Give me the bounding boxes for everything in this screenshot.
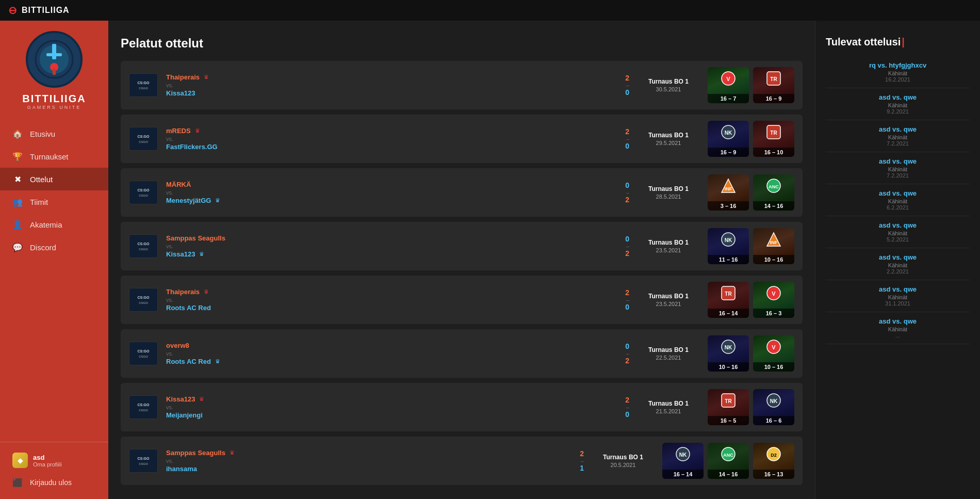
upcoming-date: ... xyxy=(830,332,966,339)
score-team2: 0 xyxy=(625,410,629,418)
team2-row: Kissa123♛ xyxy=(166,250,606,258)
score-separator: – xyxy=(626,350,629,357)
score-separator: – xyxy=(626,404,629,410)
match-card[interactable]: CS:GOCSGO Samppas Seagulls vs. Kissa123♛… xyxy=(121,222,803,270)
upcoming-item[interactable]: asd vs. qwe Kähinät ... xyxy=(826,312,970,344)
match-card[interactable]: CS:GOCSGO mREDS♛ vs. FastFlickers.GG 2 –… xyxy=(121,115,803,163)
team1-name[interactable]: Samppas Seagulls xyxy=(166,449,225,457)
sidebar-item-discord[interactable]: 💬 Discord xyxy=(0,236,108,259)
user-sub: Oma profiili xyxy=(33,461,62,468)
upcoming-item[interactable]: asd vs. qwe Kähinät 7.2.2021 xyxy=(826,120,970,152)
match-card[interactable]: CS:GOCSGO Samppas Seagulls♛ vs. ihansama… xyxy=(121,437,803,485)
svg-text:CS:GO: CS:GO xyxy=(138,242,150,246)
score-separator: – xyxy=(626,82,629,88)
match-date: 20.5.2021 xyxy=(592,462,654,468)
score-separator: – xyxy=(626,297,629,303)
map-score-overlay: 14 – 16 xyxy=(753,201,794,211)
logout-button[interactable]: ⬛ Kirjaudu ulos xyxy=(8,472,100,493)
sidebar-item-tiimit[interactable]: 👥 Tiimit xyxy=(0,190,108,213)
upcoming-teams: asd vs. qwe xyxy=(830,125,966,133)
match-card[interactable]: CS:GOCSGO MÄRKÄ vs. MenestyjätGG♛ 0 – 2 … xyxy=(121,168,803,217)
team1-name[interactable]: Kissa123 xyxy=(166,395,195,403)
team1-name[interactable]: MÄRKÄ xyxy=(166,181,191,188)
map-score-overlay: 16 – 9 xyxy=(708,148,749,157)
svg-text:NK: NK xyxy=(725,237,732,243)
nav-label-akatemia: Akatemia xyxy=(30,220,62,229)
team1-name[interactable]: overw8 xyxy=(166,342,189,349)
match-scores: 0 – 2 xyxy=(614,342,629,365)
sidebar-logo-area: BITTILIIGA GAMERS UNITE xyxy=(0,21,108,118)
team1-name[interactable]: Thaiperais xyxy=(166,73,200,81)
svg-text:TR: TR xyxy=(725,398,732,404)
upcoming-container: rq vs. htyfgjghxcv Kähinät 16.2.2021 asd… xyxy=(826,56,970,344)
game-icon: CS:GOCSGO xyxy=(129,342,158,365)
team1-name[interactable]: Thaiperais xyxy=(166,288,200,296)
sidebar-nav: 🏠 Etusivu 🏆 Turnaukset ✖ Ottelut 👥 Tiimi… xyxy=(0,118,108,442)
svg-text:CS:GO: CS:GO xyxy=(138,403,150,407)
sidebar-item-ottelut[interactable]: ✖ Ottelut xyxy=(0,168,108,190)
team2-name[interactable]: ihansama xyxy=(166,465,197,473)
upcoming-item[interactable]: asd vs. qwe Kähinät 31.1.2021 xyxy=(826,280,970,312)
sidebar-item-turnaukset[interactable]: 🏆 Turnaukset xyxy=(0,145,108,168)
trophy-icon: 🏆 xyxy=(12,151,23,162)
upcoming-event: Kähinät xyxy=(830,230,966,236)
team2-name[interactable]: Kissa123 xyxy=(166,250,195,258)
match-teams: Samppas Seagulls♛ vs. ihansama xyxy=(166,448,560,474)
match-card[interactable]: CS:GOCSGO overw8 vs. Roots AC Red♛ 0 – 2… xyxy=(121,329,803,378)
upcoming-teams: asd vs. qwe xyxy=(830,93,966,101)
svg-text:CSGO: CSGO xyxy=(139,462,148,465)
sidebar-user[interactable]: ◆ asd Oma profiili xyxy=(8,448,100,472)
upcoming-item[interactable]: asd vs. qwe Kähinät 9.2.2021 xyxy=(826,88,970,120)
team2-crown-icon: ♛ xyxy=(199,251,204,257)
map-logo: NK xyxy=(720,124,737,140)
match-scores: 2 – 0 xyxy=(614,127,629,150)
map-score: 14 – 16 xyxy=(755,203,792,209)
team2-name[interactable]: Kissa123 xyxy=(166,89,195,97)
map-score: 16 – 14 xyxy=(664,471,701,477)
team2-name[interactable]: MenestyjätGG xyxy=(166,197,211,204)
map-score-overlay: 16 – 10 xyxy=(753,148,794,157)
match-meta: Turnaus BO 1 22.5.2021 xyxy=(638,346,699,361)
upcoming-event: Kähinät xyxy=(830,102,966,108)
score-team1: 2 xyxy=(625,396,629,404)
upcoming-teams: asd vs. qwe xyxy=(830,221,966,229)
map-logo: NK xyxy=(675,446,691,462)
matches-section: Pelatut ottelut CS:GOCSGO Thaiperais♛ vs… xyxy=(108,21,815,499)
team1-name[interactable]: Samppas Seagulls xyxy=(166,234,225,242)
brand-name: BITTILIIGA xyxy=(22,93,86,105)
upcoming-item[interactable]: asd vs. qwe Kähinät 7.2.2021 xyxy=(826,152,970,184)
upcoming-date: 7.2.2021 xyxy=(830,140,966,147)
sidebar-item-akatemia[interactable]: 👤 Akatemia xyxy=(0,213,108,236)
svg-text:TR: TR xyxy=(770,76,777,82)
sidebar-item-etusivu[interactable]: 🏠 Etusivu xyxy=(0,122,108,145)
match-card[interactable]: CS:GOCSGO Thaiperais♛ vs. Kissa123 2 – 0… xyxy=(121,61,803,109)
match-card[interactable]: CS:GOCSGO Thaiperais♛ vs. Roots AC Red 2… xyxy=(121,276,803,324)
map-ancient: ANC 14 – 16 xyxy=(753,174,794,211)
match-card[interactable]: CS:GOCSGO Kissa123♛ vs. Meijanjengi 2 – … xyxy=(121,383,803,431)
team2-name[interactable]: Meijanjengi xyxy=(166,411,203,419)
upcoming-item[interactable]: asd vs. qwe Kähinät 5.2.2021 xyxy=(826,216,970,248)
svg-text:V: V xyxy=(726,76,730,82)
upcoming-item[interactable]: asd vs. qwe Kähinät 6.2.2021 xyxy=(826,184,970,216)
team2-name[interactable]: Roots AC Red xyxy=(166,358,211,365)
match-type: Turnaus BO 1 xyxy=(638,239,699,246)
sidebar-brand: BITTILIIGA GAMERS UNITE xyxy=(22,93,86,110)
team2-name[interactable]: FastFlickers.GG xyxy=(166,143,218,151)
match-maps: NK 10 – 16 V 10 – 16 xyxy=(708,335,794,372)
team1-name[interactable]: mREDS xyxy=(166,127,191,135)
svg-rect-5 xyxy=(53,69,56,75)
team1-row: Kissa123♛ xyxy=(166,395,606,403)
team2-row: ihansama xyxy=(166,465,560,473)
upcoming-teams: asd vs. qwe xyxy=(830,157,966,165)
academy-icon: 👤 xyxy=(12,219,23,230)
map-score: 10 – 16 xyxy=(755,256,792,263)
team2-row: MenestyjätGG♛ xyxy=(166,197,606,204)
map-vertigo: V 10 – 16 xyxy=(753,335,794,372)
svg-rect-41 xyxy=(134,346,153,361)
team2-name[interactable]: Roots AC Red xyxy=(166,304,211,312)
nav-label-discord: Discord xyxy=(30,243,56,252)
upcoming-item[interactable]: rq vs. htyfgjghxcv Kähinät 16.2.2021 xyxy=(826,56,970,88)
upcoming-red-dot: | xyxy=(902,36,905,47)
score-team2: 0 xyxy=(625,88,629,96)
upcoming-item[interactable]: asd vs. qwe Kähinät 2.2.2021 xyxy=(826,248,970,280)
